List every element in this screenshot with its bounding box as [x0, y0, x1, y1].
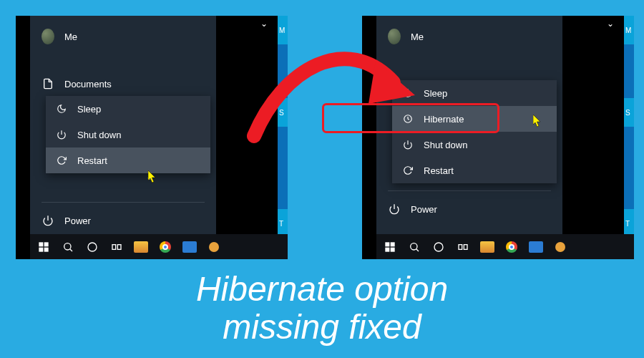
svg-rect-4	[39, 247, 43, 251]
power-icon	[42, 214, 54, 227]
power-item[interactable]: Power	[30, 207, 216, 234]
app-icon[interactable]	[177, 234, 202, 259]
svg-rect-9	[112, 244, 116, 249]
svg-line-19	[416, 248, 419, 251]
chevron-down-icon: ⌄	[146, 172, 153, 182]
tile-3[interactable]: T	[278, 209, 288, 238]
taskbar-right	[376, 234, 634, 259]
taskview-icon[interactable]	[104, 234, 129, 259]
svg-point-8	[88, 243, 97, 251]
user-label: Me	[411, 32, 424, 42]
power-icon	[402, 139, 414, 150]
svg-rect-21	[459, 244, 462, 249]
svg-rect-5	[44, 247, 49, 251]
sleep-item[interactable]: Sleep	[46, 96, 210, 122]
documents-label: Documents	[64, 79, 112, 90]
moon-icon	[402, 87, 414, 99]
tile-strip: M S T	[624, 16, 634, 259]
svg-rect-16	[385, 247, 389, 251]
cortana-icon[interactable]	[80, 234, 104, 259]
tile-2[interactable]: S	[278, 98, 288, 127]
svg-rect-3	[44, 242, 49, 246]
svg-rect-15	[391, 242, 395, 246]
user-item[interactable]: Me	[30, 23, 216, 50]
clock-icon	[402, 113, 414, 125]
caption: Hibernate option missing fixed	[0, 271, 644, 347]
svg-rect-10	[117, 244, 121, 249]
divider	[42, 202, 205, 203]
svg-line-7	[70, 248, 72, 251]
shutdown-item[interactable]: Shut down	[46, 122, 210, 147]
tile-1[interactable]: M	[624, 16, 634, 44]
svg-point-6	[64, 243, 71, 249]
sleep-label: Sleep	[424, 88, 447, 99]
svg-rect-14	[385, 242, 389, 246]
svg-rect-22	[464, 244, 467, 249]
avatar-icon	[388, 30, 401, 43]
restart-label: Restart	[424, 165, 454, 176]
start-button[interactable]	[31, 234, 56, 259]
shutdown-item[interactable]: Shut down	[392, 132, 557, 158]
app-icon[interactable]	[524, 234, 548, 259]
moon-icon	[56, 103, 67, 115]
hibernate-label: Hibernate	[424, 114, 464, 125]
chrome-icon[interactable]	[153, 234, 177, 259]
tile-2[interactable]: S	[624, 98, 634, 127]
hibernate-item[interactable]: Hibernate	[392, 106, 557, 132]
power-icon	[388, 203, 401, 216]
divider	[388, 190, 551, 191]
svg-rect-17	[391, 247, 395, 251]
restart-icon	[56, 155, 67, 166]
power-label: Power	[411, 204, 437, 215]
restart-item[interactable]: Restart	[46, 147, 210, 173]
tile-strip: M S T	[278, 16, 288, 259]
power-submenu-left: Sleep Shut down Restart	[46, 96, 210, 173]
svg-rect-2	[39, 242, 43, 246]
caption-line-2: missing fixed	[0, 309, 644, 347]
restart-item[interactable]: Restart	[392, 158, 557, 183]
sleep-item[interactable]: Sleep	[392, 80, 557, 106]
caption-line-1: Hibernate option	[0, 271, 644, 309]
power-label: Power	[64, 216, 91, 226]
user-item[interactable]: Me	[376, 23, 562, 50]
explorer-icon[interactable]	[475, 234, 499, 259]
chevron-down-icon[interactable]: ⌄	[260, 19, 268, 29]
chrome-icon[interactable]	[499, 234, 524, 259]
svg-point-18	[411, 243, 417, 249]
documents-item[interactable]: Documents	[30, 70, 216, 97]
avatar-icon	[42, 30, 54, 43]
chevron-down-icon[interactable]: ⌄	[607, 19, 614, 29]
tile-1[interactable]: M	[278, 16, 288, 44]
before-screenshot: Me Documents Power ⌄	[16, 16, 288, 259]
restart-label: Restart	[77, 155, 107, 166]
restart-icon	[402, 165, 414, 176]
document-icon	[42, 77, 54, 90]
after-screenshot: Me Power ⌄ Sleep Hibernate	[362, 16, 634, 259]
taskview-icon[interactable]	[451, 234, 475, 259]
cortana-icon[interactable]	[426, 234, 451, 259]
explorer-icon[interactable]	[129, 234, 153, 259]
sleep-label: Sleep	[77, 104, 101, 115]
start-button[interactable]	[378, 234, 402, 259]
power-icon	[56, 129, 67, 140]
power-submenu-right: Sleep Hibernate Shut down Restart	[392, 80, 557, 183]
app-icon-2[interactable]	[202, 234, 226, 259]
tile-3[interactable]: T	[624, 209, 634, 238]
shutdown-label: Shut down	[424, 140, 467, 150]
user-label: Me	[64, 32, 77, 42]
power-item[interactable]: Power	[376, 195, 562, 223]
app-icon-2[interactable]	[548, 234, 572, 259]
taskbar-left	[30, 234, 288, 259]
svg-point-20	[434, 243, 443, 251]
search-icon[interactable]	[56, 234, 80, 259]
search-icon[interactable]	[402, 234, 426, 259]
shutdown-label: Shut down	[77, 130, 121, 140]
